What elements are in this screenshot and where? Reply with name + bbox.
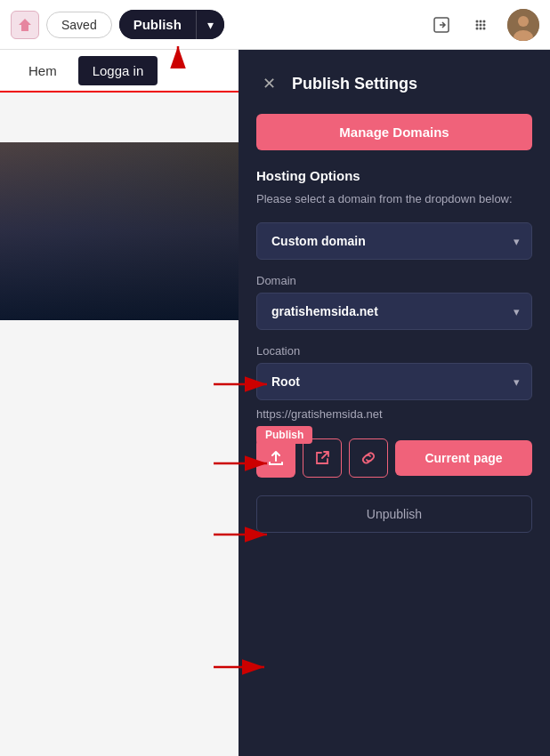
svg-point-9 <box>483 27 486 29</box>
svg-point-4 <box>476 23 479 26</box>
publish-panel: ✕ Publish Settings Manage Domains Hostin… <box>239 50 550 756</box>
publish-button[interactable]: Publish <box>119 10 196 39</box>
action-buttons-row: Current page <box>256 438 532 478</box>
grid-icon-button[interactable] <box>465 9 497 41</box>
location-select[interactable]: Root /blog <box>256 363 532 400</box>
logo <box>11 11 39 39</box>
panel-title: Publish Settings <box>292 75 417 93</box>
manage-domains-button[interactable]: Manage Domains <box>256 114 532 150</box>
user-avatar[interactable] <box>507 9 539 41</box>
current-page-button[interactable]: Current page <box>395 440 532 476</box>
publish-chevron-button[interactable]: ▾ <box>196 11 224 39</box>
svg-point-2 <box>480 20 482 22</box>
publish-badge: Publish <box>256 426 312 444</box>
svg-point-6 <box>483 23 486 26</box>
hosting-title: Hosting Options <box>256 168 532 183</box>
publish-actions: Publish Current page <box>256 438 532 478</box>
domain-type-select[interactable]: Custom domain Free subdomain <box>256 222 532 260</box>
location-dropdown-wrapper: Root /blog ▾ <box>256 363 532 400</box>
svg-point-7 <box>476 27 479 29</box>
domain-value-select[interactable]: gratishemsida.net <box>256 293 532 330</box>
publish-link-button[interactable] <box>349 438 388 478</box>
location-label: Location <box>256 344 532 358</box>
unpublish-button[interactable]: Unpublish <box>256 495 532 533</box>
domain-type-dropdown-wrapper: Custom domain Free subdomain ▾ <box>256 222 532 260</box>
svg-point-11 <box>518 16 529 27</box>
svg-point-5 <box>480 23 482 26</box>
publish-upload-button[interactable] <box>256 438 295 478</box>
domain-value-dropdown-wrapper: gratishemsida.net ▾ <box>256 293 532 330</box>
hosting-desc: Please select a domain from the dropdown… <box>256 190 532 208</box>
publish-external-link-button[interactable] <box>303 438 342 478</box>
svg-point-3 <box>483 20 486 22</box>
svg-point-1 <box>476 20 479 22</box>
toolbar: Saved Publish ▾ <box>0 0 550 50</box>
nav-item-hem[interactable]: Hem <box>14 56 71 85</box>
publish-group: Publish ▾ <box>119 10 224 39</box>
panel-close-button[interactable]: ✕ <box>256 71 281 96</box>
nav-item-logga-in[interactable]: Logga in <box>78 56 158 85</box>
panel-header: ✕ Publish Settings <box>256 71 532 96</box>
page-image <box>0 142 240 320</box>
saved-button[interactable]: Saved <box>46 12 112 38</box>
url-preview: https://gratishemsida.net <box>256 407 532 421</box>
domain-label: Domain <box>256 274 532 287</box>
svg-point-8 <box>480 27 482 29</box>
exit-icon-button[interactable] <box>425 9 457 41</box>
